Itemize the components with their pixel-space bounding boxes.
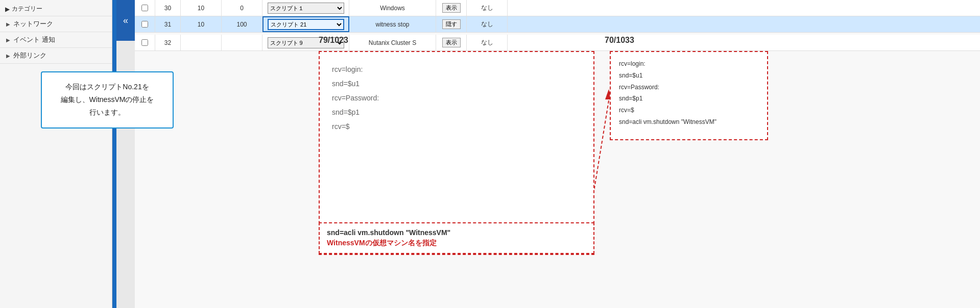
cell-target-30: Windows bbox=[349, 0, 436, 16]
sidebar-item-event-notify[interactable]: ▶ イベント 通知 bbox=[0, 32, 112, 48]
right-script-line-4: snd=$p1 bbox=[619, 93, 759, 105]
dashed-script-box-right: rcv=login: snd=$u1 rcv=Password: snd=$p1… bbox=[610, 51, 768, 140]
dashed-script-box-main: rcv=login: snd=$u1 rcv=Password: snd=$p1… bbox=[319, 51, 594, 255]
cell-v1-30: 10 bbox=[181, 0, 222, 16]
cell-v1-31: 10 bbox=[181, 16, 222, 32]
arrow-network-icon: ▶ bbox=[6, 21, 10, 27]
cell-num-31: 31 bbox=[155, 16, 181, 32]
right-script-line-3: rcv=Password: bbox=[619, 82, 759, 93]
tooltip-box: 今回はスクリプトNo.21を編集し、WitnessVMの停止を行います。 bbox=[41, 71, 174, 129]
sidebar-network-label: ネットワーク bbox=[13, 19, 53, 29]
cell-num-32: 32 bbox=[155, 35, 181, 50]
cell-script-30: スクリプト１ bbox=[262, 0, 349, 16]
main-container: ▶ カテゴリー ▶ ネットワーク ▶ イベント 通知 ▶ 外部リンク 今回はスク… bbox=[0, 0, 980, 308]
cell-num-30: 30 bbox=[155, 0, 181, 16]
display-btn-30[interactable]: 表示 bbox=[442, 3, 461, 13]
arrow-external-icon: ▶ bbox=[6, 53, 10, 59]
table-row-30: 30 10 0 スクリプト１ Windows 表示 bbox=[135, 0, 980, 16]
cell-misc-30: なし bbox=[467, 0, 508, 16]
right-script-line-2: snd=$u1 bbox=[619, 70, 759, 82]
cell-misc-31: なし bbox=[467, 16, 508, 32]
checkbox-31[interactable] bbox=[141, 21, 148, 28]
tooltip-text: 今回はスクリプトNo.21を編集し、WitnessVMの停止を行います。 bbox=[61, 83, 154, 116]
script-select-30[interactable]: スクリプト１ bbox=[268, 3, 344, 14]
checkbox-32[interactable] bbox=[141, 39, 148, 46]
count-main: 79/1023 bbox=[319, 36, 348, 45]
count-right: 70/1033 bbox=[605, 36, 634, 45]
table-row-32: 32 スクリプト 9 Nutanix Cluster S 表示 bbox=[135, 35, 980, 51]
cell-v2-30: 0 bbox=[222, 0, 262, 16]
table-area: 30 10 0 スクリプト１ Windows 表示 bbox=[135, 0, 980, 51]
right-script-line-1: rcv=login: bbox=[619, 58, 759, 70]
cell-v2-31: 100 bbox=[222, 16, 262, 32]
script-line-1: rcv=login: bbox=[332, 62, 581, 76]
cell-v1-32 bbox=[181, 35, 222, 50]
script-line-4: snd=$p1 bbox=[332, 105, 581, 119]
script-content-main: rcv=login: snd=$u1 rcv=Password: snd=$p1… bbox=[332, 62, 581, 134]
script-line-3: rcv=Password: bbox=[332, 91, 581, 105]
display-btn-32[interactable]: 表示 bbox=[442, 38, 461, 47]
script-line-5: rcv=$ bbox=[332, 119, 581, 134]
cell-action-30: 表示 bbox=[436, 0, 467, 16]
cell-check-30 bbox=[135, 0, 155, 16]
cell-script-31: スクリプト 21 bbox=[262, 16, 349, 32]
cell-v2-32 bbox=[222, 35, 262, 50]
bottom-cmd-text: snd=acli vm.shutdown "WitnessVM" bbox=[327, 228, 586, 237]
right-script-line-6: snd=acli vm.shutdown "WitnessVM" bbox=[619, 116, 759, 128]
sidebar-external-label: 外部リンク bbox=[13, 51, 46, 60]
sidebar-item-network[interactable]: ▶ ネットワーク bbox=[0, 16, 112, 32]
bottom-cmd-label: WitnessVMの仮想マシン名を指定 bbox=[327, 239, 586, 248]
hide-btn-31[interactable]: 隠す bbox=[442, 19, 461, 29]
sidebar: ▶ カテゴリー ▶ ネットワーク ▶ イベント 通知 ▶ 外部リンク 今回はスク… bbox=[0, 0, 112, 308]
arrow-event-icon: ▶ bbox=[6, 37, 10, 43]
sidebar-event-label: イベント 通知 bbox=[13, 35, 55, 44]
sidebar-item-external-link[interactable]: ▶ 外部リンク bbox=[0, 48, 112, 64]
cell-check-31 bbox=[135, 16, 155, 32]
cell-misc-32: なし bbox=[467, 35, 508, 50]
right-script-line-5: rcv=$ bbox=[619, 105, 759, 116]
checkbox-30[interactable] bbox=[141, 5, 148, 11]
cell-target-32: Nutanix Cluster S bbox=[349, 35, 436, 50]
script-line-2: snd=$u1 bbox=[332, 76, 581, 91]
table-row-31: 31 10 100 スクリプト 21 witness stop 隠す bbox=[135, 16, 980, 33]
content-area: 30 10 0 スクリプト１ Windows 表示 bbox=[135, 0, 980, 308]
sidebar-top-item: ▶ カテゴリー bbox=[0, 2, 112, 16]
script-select-31[interactable]: スクリプト 21 bbox=[268, 19, 344, 30]
bottom-cmd-box: snd=acli vm.shutdown "WitnessVM" Witness… bbox=[319, 222, 594, 254]
chevron-left-icon: « bbox=[123, 15, 128, 26]
sidebar-top-label: カテゴリー bbox=[12, 5, 42, 13]
arrow-icon: ▶ bbox=[5, 6, 10, 13]
nav-back-button[interactable]: « bbox=[116, 0, 135, 41]
script-lines-main: rcv=login: snd=$u1 rcv=Password: snd=$p1… bbox=[320, 52, 593, 144]
cell-check-32 bbox=[135, 35, 155, 50]
blue-vertical-bar bbox=[112, 0, 116, 308]
cell-action-32: 表示 bbox=[436, 35, 467, 50]
cell-target-31: witness stop bbox=[349, 16, 436, 32]
cell-action-31: 隠す bbox=[436, 16, 467, 32]
